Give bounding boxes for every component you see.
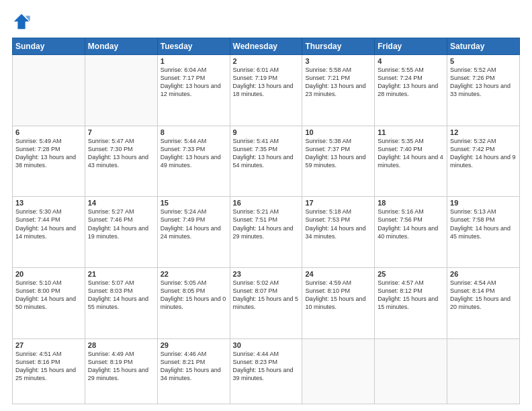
day-number: 21	[88, 270, 154, 278]
calendar-cell: 10Sunrise: 5:38 AM Sunset: 7:37 PM Dayli…	[302, 126, 375, 197]
day-info: Sunrise: 4:59 AM Sunset: 8:10 PM Dayligh…	[305, 279, 365, 310]
day-number: 29	[161, 341, 227, 349]
weekday-header-wednesday: Wednesday	[230, 38, 302, 55]
day-info: Sunrise: 5:24 AM Sunset: 7:49 PM Dayligh…	[161, 208, 221, 239]
calendar-cell: 19Sunrise: 5:13 AM Sunset: 7:58 PM Dayli…	[447, 197, 520, 268]
day-info: Sunrise: 5:47 AM Sunset: 7:30 PM Dayligh…	[88, 138, 148, 169]
day-number: 11	[378, 128, 444, 136]
day-info: Sunrise: 5:30 AM Sunset: 7:44 PM Dayligh…	[15, 208, 76, 239]
calendar-cell: 3Sunrise: 5:58 AM Sunset: 7:21 PM Daylig…	[302, 55, 375, 126]
day-number: 18	[378, 199, 444, 207]
calendar-week-4: 20Sunrise: 5:10 AM Sunset: 8:00 PM Dayli…	[13, 267, 520, 338]
calendar-cell	[447, 338, 520, 404]
day-number: 17	[305, 199, 371, 207]
calendar-week-5: 27Sunrise: 4:51 AM Sunset: 8:16 PM Dayli…	[13, 338, 520, 404]
day-number: 24	[305, 270, 371, 278]
day-number: 14	[88, 199, 154, 207]
day-info: Sunrise: 5:16 AM Sunset: 7:56 PM Dayligh…	[378, 208, 438, 239]
day-info: Sunrise: 5:18 AM Sunset: 7:53 PM Dayligh…	[305, 208, 365, 239]
day-number: 26	[450, 270, 517, 278]
day-info: Sunrise: 4:51 AM Sunset: 8:16 PM Dayligh…	[15, 351, 76, 381]
day-number: 12	[450, 128, 517, 136]
weekday-header-sunday: Sunday	[13, 38, 85, 55]
calendar-cell: 7Sunrise: 5:47 AM Sunset: 7:30 PM Daylig…	[85, 126, 157, 197]
day-number: 22	[161, 270, 227, 278]
day-info: Sunrise: 5:35 AM Sunset: 7:40 PM Dayligh…	[378, 138, 443, 169]
day-number: 7	[88, 128, 154, 136]
header	[12, 12, 520, 31]
day-number: 13	[15, 199, 82, 207]
day-number: 9	[233, 128, 300, 136]
calendar-cell	[85, 55, 157, 126]
day-info: Sunrise: 4:44 AM Sunset: 8:23 PM Dayligh…	[233, 351, 294, 381]
day-number: 15	[161, 199, 227, 207]
day-info: Sunrise: 5:38 AM Sunset: 7:37 PM Dayligh…	[305, 138, 365, 169]
day-info: Sunrise: 5:27 AM Sunset: 7:46 PM Dayligh…	[88, 208, 148, 239]
day-number: 6	[15, 128, 82, 136]
calendar-cell: 23Sunrise: 5:02 AM Sunset: 8:07 PM Dayli…	[230, 267, 302, 338]
day-info: Sunrise: 5:41 AM Sunset: 7:35 PM Dayligh…	[233, 138, 294, 169]
calendar-cell: 1Sunrise: 6:04 AM Sunset: 7:17 PM Daylig…	[157, 55, 230, 126]
day-info: Sunrise: 5:10 AM Sunset: 8:00 PM Dayligh…	[15, 279, 76, 310]
day-number: 10	[305, 128, 371, 136]
calendar-cell: 17Sunrise: 5:18 AM Sunset: 7:53 PM Dayli…	[302, 197, 375, 268]
day-number: 4	[378, 57, 444, 65]
weekday-header-tuesday: Tuesday	[157, 38, 230, 55]
day-info: Sunrise: 5:13 AM Sunset: 7:58 PM Dayligh…	[450, 208, 511, 239]
day-info: Sunrise: 5:07 AM Sunset: 8:03 PM Dayligh…	[88, 279, 148, 310]
day-number: 1	[161, 57, 227, 65]
day-info: Sunrise: 5:05 AM Sunset: 8:05 PM Dayligh…	[161, 279, 226, 310]
calendar-cell: 14Sunrise: 5:27 AM Sunset: 7:46 PM Dayli…	[85, 197, 157, 268]
calendar-table: SundayMondayTuesdayWednesdayThursdayFrid…	[12, 38, 520, 404]
calendar-cell: 20Sunrise: 5:10 AM Sunset: 8:00 PM Dayli…	[13, 267, 85, 338]
weekday-header-friday: Friday	[375, 38, 447, 55]
calendar-cell	[13, 55, 85, 126]
calendar-cell: 8Sunrise: 5:44 AM Sunset: 7:33 PM Daylig…	[157, 126, 230, 197]
calendar-cell: 5Sunrise: 5:52 AM Sunset: 7:26 PM Daylig…	[447, 55, 520, 126]
calendar-cell: 9Sunrise: 5:41 AM Sunset: 7:35 PM Daylig…	[230, 126, 302, 197]
day-number: 3	[305, 57, 371, 65]
day-info: Sunrise: 5:32 AM Sunset: 7:42 PM Dayligh…	[450, 138, 516, 169]
calendar-week-1: 1Sunrise: 6:04 AM Sunset: 7:17 PM Daylig…	[13, 55, 520, 126]
calendar-cell: 22Sunrise: 5:05 AM Sunset: 8:05 PM Dayli…	[157, 267, 230, 338]
day-info: Sunrise: 5:58 AM Sunset: 7:21 PM Dayligh…	[305, 66, 365, 97]
calendar-cell: 16Sunrise: 5:21 AM Sunset: 7:51 PM Dayli…	[230, 197, 302, 268]
day-number: 5	[450, 57, 517, 65]
day-info: Sunrise: 4:54 AM Sunset: 8:14 PM Dayligh…	[450, 279, 511, 310]
calendar-cell: 26Sunrise: 4:54 AM Sunset: 8:14 PM Dayli…	[447, 267, 520, 338]
weekday-header-thursday: Thursday	[302, 38, 375, 55]
calendar-cell: 25Sunrise: 4:57 AM Sunset: 8:12 PM Dayli…	[375, 267, 447, 338]
calendar-cell: 4Sunrise: 5:55 AM Sunset: 7:24 PM Daylig…	[375, 55, 447, 126]
calendar-cell: 21Sunrise: 5:07 AM Sunset: 8:03 PM Dayli…	[85, 267, 157, 338]
calendar-cell: 13Sunrise: 5:30 AM Sunset: 7:44 PM Dayli…	[13, 197, 85, 268]
day-number: 27	[15, 341, 82, 349]
day-info: Sunrise: 4:49 AM Sunset: 8:19 PM Dayligh…	[88, 351, 148, 381]
calendar-cell: 15Sunrise: 5:24 AM Sunset: 7:49 PM Dayli…	[157, 197, 230, 268]
day-info: Sunrise: 6:04 AM Sunset: 7:17 PM Dayligh…	[161, 66, 221, 97]
logo	[12, 12, 34, 31]
day-info: Sunrise: 5:21 AM Sunset: 7:51 PM Dayligh…	[233, 208, 294, 239]
day-info: Sunrise: 5:44 AM Sunset: 7:33 PM Dayligh…	[161, 138, 221, 169]
calendar-week-2: 6Sunrise: 5:49 AM Sunset: 7:28 PM Daylig…	[13, 126, 520, 197]
day-number: 23	[233, 270, 300, 278]
calendar-cell: 11Sunrise: 5:35 AM Sunset: 7:40 PM Dayli…	[375, 126, 447, 197]
logo-icon	[12, 12, 31, 31]
day-number: 28	[88, 341, 154, 349]
calendar-cell: 30Sunrise: 4:44 AM Sunset: 8:23 PM Dayli…	[230, 338, 302, 404]
day-info: Sunrise: 6:01 AM Sunset: 7:19 PM Dayligh…	[233, 66, 294, 97]
day-info: Sunrise: 5:02 AM Sunset: 8:07 PM Dayligh…	[233, 279, 299, 310]
day-number: 8	[161, 128, 227, 136]
calendar-week-3: 13Sunrise: 5:30 AM Sunset: 7:44 PM Dayli…	[13, 197, 520, 268]
calendar-cell: 18Sunrise: 5:16 AM Sunset: 7:56 PM Dayli…	[375, 197, 447, 268]
calendar-cell: 6Sunrise: 5:49 AM Sunset: 7:28 PM Daylig…	[13, 126, 85, 197]
day-number: 2	[233, 57, 300, 65]
calendar-cell: 24Sunrise: 4:59 AM Sunset: 8:10 PM Dayli…	[302, 267, 375, 338]
day-number: 20	[15, 270, 82, 278]
day-info: Sunrise: 4:46 AM Sunset: 8:21 PM Dayligh…	[161, 351, 221, 381]
weekday-header-saturday: Saturday	[447, 38, 520, 55]
weekday-header-row: SundayMondayTuesdayWednesdayThursdayFrid…	[13, 38, 520, 55]
day-number: 25	[378, 270, 444, 278]
calendar-cell	[302, 338, 375, 404]
day-number: 30	[233, 341, 300, 349]
calendar-cell	[375, 338, 447, 404]
